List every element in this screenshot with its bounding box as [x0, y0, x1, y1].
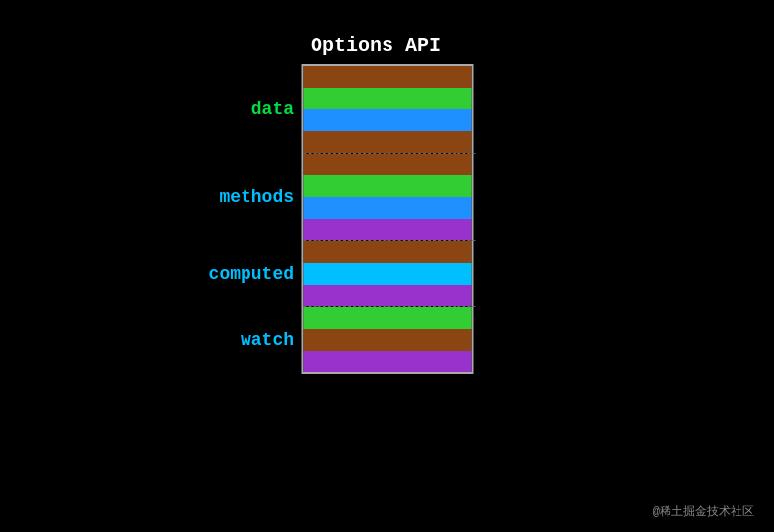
bar	[303, 66, 471, 88]
section-row: methods	[303, 154, 471, 240]
bar	[303, 88, 471, 109]
section-label: methods	[185, 187, 294, 207]
bar	[303, 351, 471, 372]
bar	[303, 285, 471, 306]
bar	[303, 329, 471, 351]
diagram-wrapper: Options API datamethodscomputedwatch	[301, 34, 473, 374]
section-label: computed	[185, 264, 294, 284]
section-label: watch	[185, 330, 294, 350]
section-bars	[303, 66, 471, 153]
section-row: watch	[303, 307, 471, 372]
section-row: data	[303, 66, 471, 153]
bar	[303, 241, 471, 263]
bar	[303, 263, 471, 285]
section-row: computed	[303, 241, 471, 306]
section-bars	[303, 154, 471, 240]
watermark: @稀土掘金技术社区	[653, 503, 754, 520]
options-api-box: datamethodscomputedwatch	[301, 64, 473, 374]
section-label: data	[185, 100, 294, 119]
bar	[303, 219, 471, 240]
bar	[303, 131, 471, 153]
bar	[303, 197, 471, 219]
bar	[303, 154, 471, 175]
bar	[303, 307, 471, 329]
bar	[303, 109, 471, 131]
bar	[303, 175, 471, 197]
options-api-title: Options API	[311, 34, 441, 57]
section-bars	[303, 241, 471, 306]
section-bars	[303, 307, 471, 372]
